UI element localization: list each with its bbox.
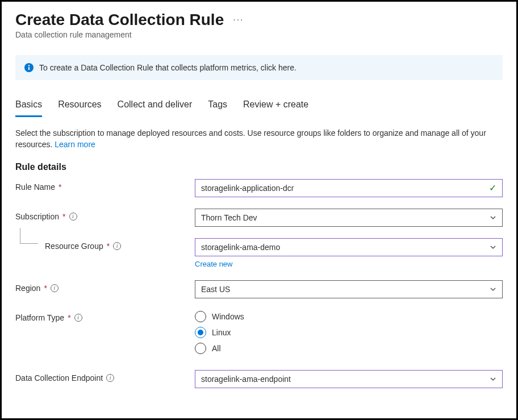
- required-indicator: *: [44, 284, 47, 293]
- radio-all[interactable]: All: [195, 343, 503, 354]
- tabs-bar: Basics Resources Collect and deliver Tag…: [15, 96, 503, 117]
- chevron-down-icon: [490, 376, 496, 382]
- section-title-rule-details: Rule details: [15, 162, 503, 172]
- region-label: Region: [15, 284, 40, 293]
- chevron-down-icon: [490, 286, 496, 293]
- rule-name-value: storagelink-application-dcr: [201, 184, 294, 193]
- info-tooltip-icon[interactable]: i: [74, 314, 82, 322]
- tab-description: Select the subscription to manage deploy…: [15, 127, 503, 151]
- radio-label-all: All: [212, 344, 221, 353]
- radio-label-windows: Windows: [212, 312, 244, 321]
- checkmark-icon: ✓: [489, 182, 496, 193]
- subscription-select[interactable]: Thorn Tech Dev: [195, 209, 503, 227]
- tab-basics[interactable]: Basics: [15, 96, 42, 117]
- svg-point-1: [28, 65, 30, 66]
- endpoint-select[interactable]: storagelink-ama-endpoint: [195, 370, 503, 388]
- resource-group-value: storagelink-ama-demo: [201, 243, 280, 252]
- chevron-down-icon: [490, 244, 496, 251]
- radio-circle-icon: [195, 343, 206, 354]
- info-tooltip-icon[interactable]: i: [113, 242, 121, 250]
- subscription-value: Thorn Tech Dev: [201, 213, 257, 222]
- more-actions-button[interactable]: ···: [233, 15, 244, 25]
- platform-type-radio-group: Windows Linux All: [195, 310, 503, 354]
- page-title: Create Data Collection Rule: [15, 11, 224, 29]
- rule-name-input[interactable]: storagelink-application-dcr ✓: [195, 179, 503, 197]
- rule-name-label: Rule Name: [15, 182, 55, 192]
- region-value: East US: [201, 285, 230, 294]
- radio-circle-icon: [195, 327, 206, 338]
- tab-tags[interactable]: Tags: [208, 96, 227, 117]
- tab-review-create[interactable]: Review + create: [243, 96, 308, 117]
- tab-resources[interactable]: Resources: [58, 96, 101, 117]
- radio-dot-icon: [198, 330, 203, 335]
- info-banner[interactable]: To create a Data Collection Rule that co…: [15, 55, 503, 80]
- subscription-label: Subscription: [15, 212, 59, 221]
- info-tooltip-icon[interactable]: i: [106, 374, 114, 382]
- resource-group-label: Resource Group: [45, 242, 103, 251]
- endpoint-label: Data Collection Endpoint: [15, 373, 103, 382]
- required-indicator: *: [62, 212, 65, 221]
- radio-circle-icon: [195, 311, 206, 322]
- info-tooltip-icon[interactable]: i: [51, 284, 59, 292]
- required-indicator: *: [107, 242, 110, 251]
- radio-label-linux: Linux: [212, 328, 231, 337]
- region-select[interactable]: East US: [195, 280, 503, 298]
- radio-linux[interactable]: Linux: [195, 327, 503, 338]
- required-indicator: *: [68, 313, 70, 322]
- radio-windows[interactable]: Windows: [195, 311, 503, 322]
- info-banner-text: To create a Data Collection Rule that co…: [39, 63, 296, 72]
- required-indicator: *: [59, 182, 61, 192]
- page-subtitle: Data collection rule management: [15, 30, 503, 39]
- info-icon: [24, 63, 34, 72]
- nesting-indicator: [20, 228, 38, 244]
- svg-rect-2: [28, 67, 30, 70]
- learn-more-link[interactable]: Learn more: [55, 140, 95, 149]
- info-tooltip-icon[interactable]: i: [69, 213, 77, 221]
- resource-group-select[interactable]: storagelink-ama-demo: [195, 238, 503, 256]
- tab-collect-deliver[interactable]: Collect and deliver: [118, 96, 193, 117]
- endpoint-value: storagelink-ama-endpoint: [201, 375, 291, 384]
- create-new-link[interactable]: Create new: [195, 260, 232, 268]
- chevron-down-icon: [490, 214, 496, 221]
- platform-type-label: Platform Type: [15, 313, 64, 322]
